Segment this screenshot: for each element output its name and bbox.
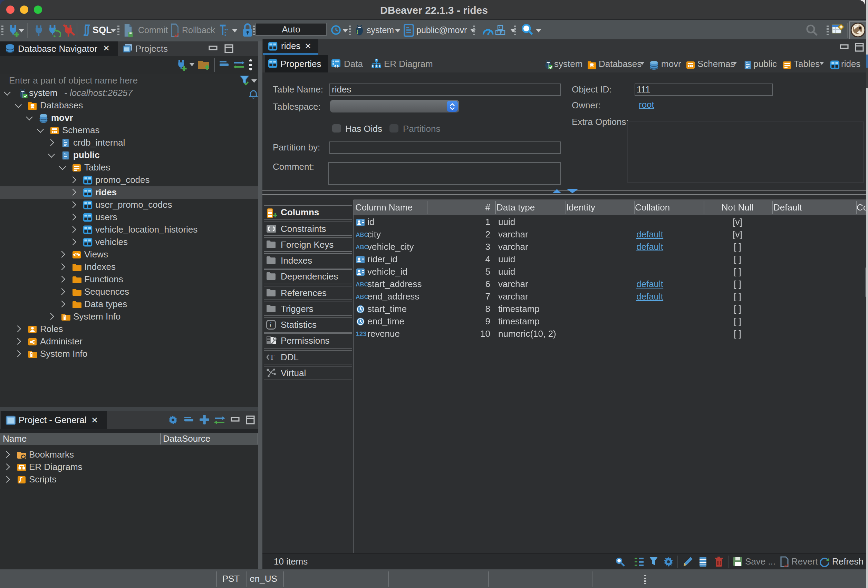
svg-text:i: i: [269, 321, 271, 329]
svg-text:T: T: [269, 352, 274, 361]
